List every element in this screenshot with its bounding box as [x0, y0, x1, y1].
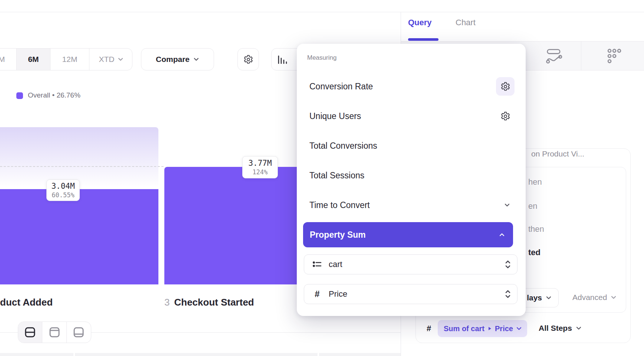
layout-switcher	[18, 322, 91, 343]
property-event-select[interactable]: cart	[304, 254, 518, 274]
menu-item-total-sessions[interactable]: Total Sessions	[300, 162, 522, 189]
bar-2-value: 3.77M	[248, 158, 272, 168]
menu-item-label: Property Sum	[310, 230, 366, 240]
chevron-down-icon	[516, 326, 522, 332]
tab-query[interactable]: Query	[408, 18, 432, 27]
menu-item-label: Conversion Rate	[309, 82, 373, 92]
chip-right-text: Price	[495, 324, 513, 333]
chevron-down-icon	[546, 295, 552, 301]
chip-left-text: Sum of cart	[444, 324, 484, 333]
chevron-down-icon	[118, 56, 124, 62]
layout-split-button[interactable]	[18, 322, 42, 343]
chevron-down-icon	[576, 325, 582, 331]
layout-bottom-icon	[73, 326, 85, 338]
layout-top-icon	[49, 326, 60, 338]
layout-top-button[interactable]	[42, 322, 66, 343]
number-icon: #	[312, 289, 322, 299]
select-updown-icon	[505, 260, 511, 269]
step-1-label-text: duct Added	[0, 297, 53, 308]
range-12m-label: 12M	[62, 55, 78, 64]
gear-icon	[243, 55, 253, 65]
range-m-button[interactable]: M	[0, 49, 17, 70]
step-row-fragment-active: ted	[528, 248, 540, 257]
chevron-up-icon	[499, 232, 505, 238]
all-steps-dropdown[interactable]: All Steps	[539, 324, 582, 333]
bar-1-percent: 60.55%	[52, 191, 74, 199]
step-row-fragment: then	[528, 224, 544, 234]
active-tab-underline	[408, 38, 438, 41]
table-column-divider	[73, 353, 75, 356]
menu-item-label: Total Conversions	[309, 141, 377, 151]
measure-hash-prefix: #	[427, 324, 431, 333]
chart-settings-button[interactable]	[237, 48, 259, 70]
advanced-label: Advanced	[572, 293, 607, 302]
advanced-dropdown[interactable]: Advanced	[572, 293, 617, 302]
layout-bottom-button[interactable]	[67, 322, 91, 343]
conversion-window-label: lays	[527, 293, 542, 302]
all-steps-label: All Steps	[539, 324, 572, 333]
range-xtd-button[interactable]: XTD	[89, 49, 132, 70]
measuring-popup: Measuring Conversion Rate Unique Users T…	[297, 44, 526, 316]
gear-icon	[500, 82, 510, 92]
range-m-label: M	[0, 55, 5, 64]
list-icon	[312, 260, 322, 269]
menu-item-label: Total Sessions	[309, 171, 364, 181]
step-2-number: 3	[164, 297, 170, 308]
step-row-fragment: hen	[528, 177, 542, 187]
chevron-down-icon	[193, 56, 199, 62]
step-label-product-added: duct Added	[0, 297, 53, 308]
property-field-select[interactable]: # Price	[304, 284, 518, 304]
unique-users-settings-button[interactable]	[496, 107, 515, 125]
layout-split-icon	[24, 326, 36, 338]
step-row-fragment: en	[528, 201, 537, 211]
legend-text: Overall • 26.76%	[28, 91, 80, 99]
card-title-fragment: on Product Vi...	[531, 149, 584, 158]
sum-of-cart-price-chip[interactable]: Sum of cart Price	[438, 320, 527, 337]
compare-label: Compare	[156, 55, 190, 64]
funnel-bar-2[interactable]	[164, 167, 300, 284]
tab-chart[interactable]: Chart	[456, 18, 476, 27]
funnel-bar-1[interactable]	[0, 189, 158, 284]
popup-header: Measuring	[307, 54, 336, 62]
breakdown-table-header-sliver	[0, 353, 401, 356]
select-updown-icon	[505, 289, 511, 299]
chevron-down-icon	[504, 202, 510, 208]
chevron-down-icon	[611, 294, 617, 300]
menu-item-unique-users[interactable]: Unique Users	[300, 103, 522, 129]
bar-2-percent: 124%	[253, 168, 268, 176]
legend-swatch-overall	[16, 92, 23, 99]
step-2-label-text: Checkout Started	[174, 297, 254, 308]
compare-button[interactable]: Compare	[141, 48, 214, 70]
menu-item-time-to-convert[interactable]: Time to Convert	[300, 192, 522, 218]
top-bar	[0, 0, 644, 12]
property-field-value: Price	[329, 289, 498, 299]
time-range-segmented-control: M 6M 12M XTD	[0, 48, 132, 70]
reference-dashed-line	[0, 166, 164, 167]
triangle-right-icon	[487, 326, 492, 331]
range-6m-label: 6M	[28, 55, 39, 64]
menu-item-property-sum-selected[interactable]: Property Sum	[303, 222, 513, 247]
bar-1-value-label: 3.04M 60.55%	[46, 179, 80, 201]
property-event-value: cart	[329, 260, 498, 269]
steps-grid-view-button[interactable]	[584, 42, 644, 70]
funnel-bar-1-dropoff-cap	[0, 127, 158, 189]
dots-grid-icon	[604, 46, 624, 66]
app-window: M 6M 12M XTD Compare Ov	[0, 0, 644, 356]
bar-1-value: 3.04M	[51, 181, 75, 191]
table-column-divider	[318, 353, 319, 356]
menu-item-total-conversions[interactable]: Total Conversions	[300, 132, 522, 159]
step-label-checkout-started: 3Checkout Started	[164, 297, 254, 308]
range-12m-button[interactable]: 12M	[50, 49, 89, 70]
bar-2-value-label: 3.77M 124%	[242, 156, 278, 178]
range-6m-button[interactable]: 6M	[17, 49, 50, 70]
menu-item-label: Unique Users	[309, 111, 361, 121]
menu-item-conversion-rate[interactable]: Conversion Rate	[300, 73, 522, 100]
gear-icon	[500, 111, 510, 121]
range-xtd-label: XTD	[99, 55, 115, 64]
bar-chart-icon	[277, 54, 288, 65]
funnel-flow-view-button[interactable]	[525, 42, 584, 70]
conversion-rate-settings-button[interactable]	[496, 77, 515, 96]
menu-item-label: Time to Convert	[309, 200, 370, 210]
funnel-flow-icon	[545, 46, 564, 66]
